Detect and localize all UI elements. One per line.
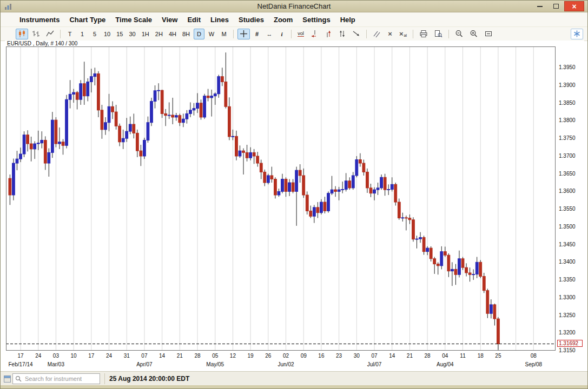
menu-item-chart-type[interactable]: Chart Type <box>64 16 110 24</box>
candle <box>451 269 454 271</box>
candle <box>260 163 262 172</box>
updown-arrows-button[interactable] <box>336 29 348 39</box>
interval-8H-button[interactable]: 8H <box>180 29 192 39</box>
candle <box>235 136 238 156</box>
menu-item-time-scale[interactable]: Time Scale <box>110 16 157 24</box>
interval-5-button[interactable]: 5 <box>89 29 100 39</box>
candle <box>143 140 146 156</box>
workspace-button[interactable] <box>571 29 583 39</box>
x-axis-week-label: 14 <box>159 353 165 359</box>
candle <box>292 183 294 191</box>
candle <box>401 218 404 218</box>
interval-1-button[interactable]: 1 <box>77 29 88 39</box>
menu-item-settings[interactable]: Settings <box>298 16 335 24</box>
candle <box>217 77 220 94</box>
maximize-button[interactable] <box>549 1 564 11</box>
candle <box>246 152 248 158</box>
candle <box>437 264 439 266</box>
y-axis-label: 1.3850 <box>559 100 584 106</box>
toolbar-separator <box>448 30 449 38</box>
x-axis-week-label: 28 <box>194 353 200 359</box>
interval-M-button[interactable]: M <box>219 29 229 39</box>
candle <box>281 179 284 191</box>
candle <box>23 135 25 154</box>
zoom-out-button[interactable] <box>453 29 466 39</box>
menu-item-studies[interactable]: Studies <box>234 16 269 24</box>
candle <box>242 151 245 152</box>
candle <box>419 238 422 239</box>
candle <box>37 143 39 144</box>
candle <box>30 144 32 149</box>
pan-button[interactable]: ↔ <box>264 29 275 39</box>
x-axis-week-label: 18 <box>478 353 484 359</box>
search-input[interactable] <box>24 375 97 383</box>
chart-canvas[interactable] <box>6 46 556 351</box>
print-preview-button[interactable] <box>432 29 445 39</box>
x-axis-week-label: 10 <box>71 353 77 359</box>
x-axis-week-label: 21 <box>177 353 183 359</box>
candle <box>444 252 446 256</box>
candle <box>278 191 280 195</box>
bar-forward-button[interactable] <box>322 29 334 39</box>
toolbar-separator <box>60 30 61 38</box>
menu-item-edit[interactable]: Edit <box>182 16 206 24</box>
menu-item-view[interactable]: View <box>157 16 182 24</box>
candle <box>405 218 407 218</box>
panel-toggle-icon[interactable] <box>4 375 11 382</box>
candle <box>288 183 291 191</box>
snap-arrow-icon <box>352 30 360 38</box>
zoom-in-button[interactable] <box>467 29 480 39</box>
menu-item-lines[interactable]: Lines <box>206 16 234 24</box>
close-button[interactable]: × <box>564 1 584 11</box>
pan-icon: ↔ <box>267 31 273 37</box>
print-icon <box>419 30 428 38</box>
toolbar-separator <box>291 30 292 38</box>
y-axis-label: 1.3700 <box>559 153 584 159</box>
candle <box>355 159 358 175</box>
candle <box>493 305 496 319</box>
search-box[interactable] <box>12 373 100 384</box>
candle <box>101 110 103 130</box>
info-button[interactable]: i <box>276 29 287 39</box>
zoom-range-button[interactable] <box>482 29 495 39</box>
delete-all-lines-button[interactable]: ×al <box>397 29 409 39</box>
trendline-button[interactable] <box>371 29 383 39</box>
x-axis-week-label: 17 <box>17 353 23 359</box>
candle <box>270 176 273 179</box>
minimize-button[interactable] <box>532 1 547 11</box>
delete-line-button[interactable]: × <box>385 29 395 39</box>
candle <box>387 189 390 190</box>
menu-item-instruments[interactable]: Instruments <box>15 16 64 24</box>
interval-10-button[interactable]: 10 <box>102 29 113 39</box>
grid-button[interactable]: # <box>252 29 262 39</box>
candlestick-chart-button[interactable] <box>16 29 28 39</box>
interval-1H-button[interactable]: 1H <box>140 29 151 39</box>
crosshair-button[interactable] <box>237 29 250 39</box>
interval-T-button[interactable]: T <box>64 29 75 39</box>
candle <box>51 120 54 152</box>
candle <box>19 154 22 159</box>
interval-2H-button[interactable]: 2H <box>153 29 165 39</box>
interval-W-button[interactable]: W <box>206 29 217 39</box>
menu-item-help[interactable]: Help <box>335 16 360 24</box>
menu-item-zoom[interactable]: Zoom <box>269 16 298 24</box>
line-chart-button[interactable] <box>44 29 56 39</box>
bar-back-button[interactable] <box>308 29 320 39</box>
line-chart-icon <box>46 30 54 38</box>
maximize-icon <box>553 4 559 9</box>
interval-D-button[interactable]: D <box>194 29 204 39</box>
toolbar-separator <box>233 30 234 38</box>
interval-4H-button[interactable]: 4H <box>167 29 179 39</box>
chart-timestamp: 25 Aug 2014 20:00:00 EDT <box>109 372 189 386</box>
interval-15-button[interactable]: 15 <box>114 29 125 39</box>
print-button[interactable] <box>417 29 430 39</box>
snap-arrow-button[interactable] <box>350 29 362 39</box>
candle <box>384 177 386 190</box>
y-axis-label: 1.3950 <box>559 64 584 70</box>
candle <box>186 113 188 119</box>
bar-chart-button[interactable] <box>30 29 42 39</box>
y-axis-label: 1.3500 <box>559 224 584 230</box>
candle <box>164 113 167 115</box>
volume-button[interactable]: vol <box>295 29 306 39</box>
interval-30-button[interactable]: 30 <box>127 29 138 39</box>
